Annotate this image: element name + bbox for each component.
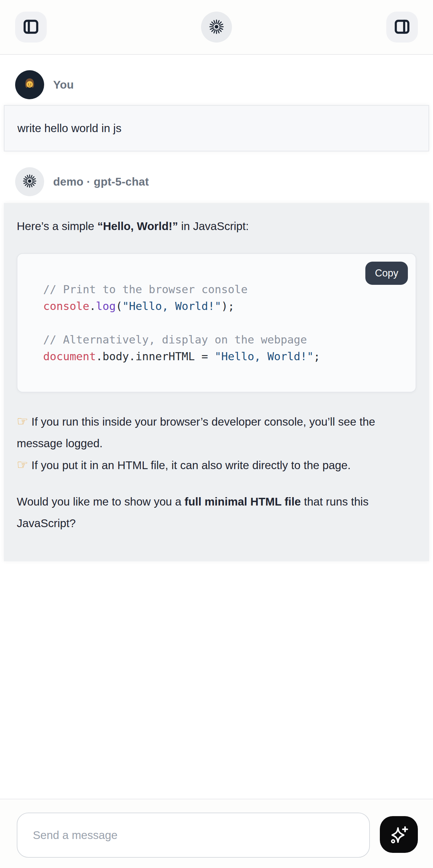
code-line: console.log("Hello, World!"); bbox=[43, 298, 390, 314]
code-object: document bbox=[43, 350, 96, 363]
starburst-icon bbox=[209, 19, 224, 36]
tip-text: If you run this inside your browser’s de… bbox=[17, 415, 375, 450]
send-button[interactable] bbox=[380, 816, 418, 853]
code-line: // Print to the browser console bbox=[43, 281, 390, 298]
code-comment: // Print to the browser console bbox=[43, 283, 248, 296]
tip-text: If you put it in an HTML file, it can al… bbox=[28, 459, 351, 471]
user-avatar bbox=[15, 70, 44, 99]
panel-left-icon bbox=[23, 19, 39, 36]
model-spinner-button[interactable] bbox=[201, 11, 232, 42]
code-comment: // Alternatively, display on the webpage bbox=[43, 333, 307, 346]
sparkle-plus-icon bbox=[388, 824, 409, 846]
code-string: "Hello, World!" bbox=[122, 300, 221, 313]
code-function: log bbox=[96, 300, 116, 313]
tip-line: ☞ If you run this inside your browser’s … bbox=[17, 410, 416, 454]
code-block: Copy // Print to the browser console con… bbox=[17, 253, 416, 393]
assistant-question-line: Would you like me to show you a full min… bbox=[17, 491, 416, 534]
user-name-label: You bbox=[53, 78, 74, 91]
intro-text-after: in JavaScript: bbox=[178, 220, 249, 232]
code-string: "Hello, World!" bbox=[215, 350, 313, 363]
person-emoji-icon bbox=[20, 75, 39, 95]
top-bar bbox=[0, 0, 433, 55]
composer-bar bbox=[0, 799, 433, 868]
question-bold-text: full minimal HTML file bbox=[185, 495, 301, 508]
assistant-message-bubble: Here’s a simple “Hello, World!” in JavaS… bbox=[4, 203, 429, 561]
tip-line: ☞ If you put it in an HTML file, it can … bbox=[17, 454, 416, 476]
assistant-message-header: demo · gpt-5-chat bbox=[15, 167, 433, 196]
pointing-right-emoji: ☞ bbox=[17, 414, 28, 429]
intro-text: Here’s a simple bbox=[17, 220, 97, 232]
code-object: console bbox=[43, 300, 89, 313]
panel-right-icon bbox=[394, 19, 410, 36]
code-line-blank bbox=[43, 314, 390, 331]
user-message-text: write hello world in js bbox=[18, 122, 121, 135]
sidebar-toggle-button[interactable] bbox=[15, 11, 47, 42]
starburst-icon bbox=[22, 174, 37, 190]
model-name-label: demo · gpt-5-chat bbox=[53, 175, 149, 188]
question-text: Would you like me to show you a bbox=[17, 495, 185, 508]
user-message-header: You bbox=[15, 70, 433, 99]
message-input[interactable] bbox=[17, 813, 370, 858]
user-message-bubble: write hello world in js bbox=[4, 105, 429, 151]
pointing-right-emoji: ☞ bbox=[17, 457, 28, 472]
right-panel-toggle-button[interactable] bbox=[386, 11, 418, 42]
assistant-avatar bbox=[15, 167, 44, 196]
code-line: // Alternatively, display on the webpage bbox=[43, 331, 390, 348]
assistant-tips: ☞ If you run this inside your browser’s … bbox=[17, 410, 416, 476]
assistant-intro-line: Here’s a simple “Hello, World!” in JavaS… bbox=[17, 218, 416, 235]
copy-code-button[interactable]: Copy bbox=[365, 261, 408, 285]
intro-bold-text: “Hello, World!” bbox=[97, 220, 178, 232]
code-line: document.body.innerHTML = "Hello, World!… bbox=[43, 348, 390, 365]
